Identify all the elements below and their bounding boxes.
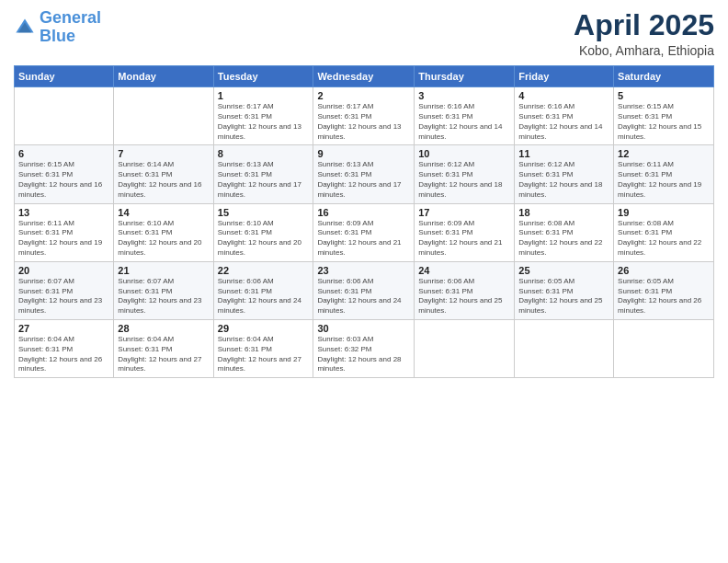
calendar-week-row: 27Sunrise: 6:04 AMSunset: 6:31 PMDayligh…	[15, 319, 714, 377]
day-info: Sunrise: 6:05 AMSunset: 6:31 PMDaylight:…	[618, 277, 710, 316]
day-number: 15	[218, 207, 310, 218]
day-info: Sunrise: 6:05 AMSunset: 6:31 PMDaylight:…	[518, 277, 609, 316]
page: General Blue April 2025 Kobo, Amhara, Et…	[0, 0, 728, 563]
calendar-cell: 26Sunrise: 6:05 AMSunset: 6:31 PMDayligh…	[614, 261, 714, 319]
calendar-cell: 18Sunrise: 6:08 AMSunset: 6:31 PMDayligh…	[515, 203, 614, 261]
day-info: Sunrise: 6:06 AMSunset: 6:31 PMDaylight:…	[317, 277, 410, 316]
calendar-cell: 22Sunrise: 6:06 AMSunset: 6:31 PMDayligh…	[213, 261, 313, 319]
day-info: Sunrise: 6:12 AMSunset: 6:31 PMDaylight:…	[518, 160, 609, 200]
day-info: Sunrise: 6:08 AMSunset: 6:31 PMDaylight:…	[518, 219, 609, 259]
day-number: 5	[618, 90, 710, 101]
calendar-cell: 14Sunrise: 6:10 AMSunset: 6:31 PMDayligh…	[114, 203, 213, 261]
day-header-wednesday: Wednesday	[313, 66, 415, 87]
calendar-cell: 23Sunrise: 6:06 AMSunset: 6:31 PMDayligh…	[313, 261, 415, 319]
calendar-cell: 2Sunrise: 6:17 AMSunset: 6:31 PMDaylight…	[313, 87, 415, 145]
month-title: April 2025	[574, 9, 714, 41]
calendar-cell	[614, 319, 714, 377]
day-number: 18	[518, 207, 609, 218]
calendar-cell	[15, 87, 114, 145]
logo: General Blue	[14, 9, 101, 46]
day-info: Sunrise: 6:07 AMSunset: 6:31 PMDaylight:…	[118, 277, 209, 316]
day-number: 11	[518, 148, 609, 159]
day-number: 25	[518, 265, 609, 276]
calendar-header-row: SundayMondayTuesdayWednesdayThursdayFrid…	[15, 66, 714, 87]
day-number: 21	[118, 265, 209, 276]
calendar-cell: 4Sunrise: 6:16 AMSunset: 6:31 PMDaylight…	[515, 87, 614, 145]
day-number: 7	[118, 148, 209, 159]
day-info: Sunrise: 6:16 AMSunset: 6:31 PMDaylight:…	[418, 102, 510, 142]
calendar-cell: 16Sunrise: 6:09 AMSunset: 6:31 PMDayligh…	[313, 203, 415, 261]
day-number: 12	[618, 148, 710, 159]
day-header-tuesday: Tuesday	[213, 66, 313, 87]
calendar-cell: 10Sunrise: 6:12 AMSunset: 6:31 PMDayligh…	[415, 145, 515, 203]
calendar-cell: 13Sunrise: 6:11 AMSunset: 6:31 PMDayligh…	[15, 203, 114, 261]
day-number: 29	[218, 323, 310, 334]
calendar-week-row: 1Sunrise: 6:17 AMSunset: 6:31 PMDaylight…	[15, 87, 714, 145]
calendar-cell: 1Sunrise: 6:17 AMSunset: 6:31 PMDaylight…	[213, 87, 313, 145]
calendar-cell: 5Sunrise: 6:15 AMSunset: 6:31 PMDaylight…	[614, 87, 714, 145]
day-number: 6	[18, 148, 109, 159]
logo-icon	[14, 17, 36, 39]
day-info: Sunrise: 6:03 AMSunset: 6:32 PMDaylight:…	[317, 335, 410, 374]
day-info: Sunrise: 6:15 AMSunset: 6:31 PMDaylight:…	[618, 102, 710, 142]
location: Kobo, Amhara, Ethiopia	[574, 43, 714, 58]
calendar-week-row: 13Sunrise: 6:11 AMSunset: 6:31 PMDayligh…	[15, 203, 714, 261]
calendar-cell: 20Sunrise: 6:07 AMSunset: 6:31 PMDayligh…	[15, 261, 114, 319]
day-header-monday: Monday	[114, 66, 213, 87]
day-info: Sunrise: 6:06 AMSunset: 6:31 PMDaylight:…	[218, 277, 310, 316]
calendar-cell: 19Sunrise: 6:08 AMSunset: 6:31 PMDayligh…	[614, 203, 714, 261]
day-info: Sunrise: 6:06 AMSunset: 6:31 PMDaylight:…	[418, 277, 510, 316]
calendar-cell: 6Sunrise: 6:15 AMSunset: 6:31 PMDaylight…	[15, 145, 114, 203]
day-info: Sunrise: 6:17 AMSunset: 6:31 PMDaylight:…	[317, 102, 410, 142]
day-number: 9	[317, 148, 410, 159]
calendar-cell: 12Sunrise: 6:11 AMSunset: 6:31 PMDayligh…	[614, 145, 714, 203]
day-info: Sunrise: 6:16 AMSunset: 6:31 PMDaylight:…	[518, 102, 609, 142]
day-info: Sunrise: 6:15 AMSunset: 6:31 PMDaylight:…	[18, 160, 109, 200]
calendar-cell: 21Sunrise: 6:07 AMSunset: 6:31 PMDayligh…	[114, 261, 213, 319]
day-info: Sunrise: 6:11 AMSunset: 6:31 PMDaylight:…	[618, 160, 710, 200]
calendar-cell: 24Sunrise: 6:06 AMSunset: 6:31 PMDayligh…	[415, 261, 515, 319]
day-info: Sunrise: 6:14 AMSunset: 6:31 PMDaylight:…	[118, 160, 209, 200]
day-number: 28	[118, 323, 209, 334]
day-number: 4	[518, 90, 609, 101]
day-number: 20	[18, 265, 109, 276]
day-number: 30	[317, 323, 410, 334]
day-number: 10	[418, 148, 510, 159]
calendar-cell: 29Sunrise: 6:04 AMSunset: 6:31 PMDayligh…	[213, 319, 313, 377]
calendar-week-row: 6Sunrise: 6:15 AMSunset: 6:31 PMDaylight…	[15, 145, 714, 203]
day-info: Sunrise: 6:17 AMSunset: 6:31 PMDaylight:…	[218, 102, 310, 142]
day-number: 27	[18, 323, 109, 334]
day-info: Sunrise: 6:11 AMSunset: 6:31 PMDaylight:…	[18, 219, 109, 259]
calendar-cell: 8Sunrise: 6:13 AMSunset: 6:31 PMDaylight…	[213, 145, 313, 203]
day-number: 3	[418, 90, 510, 101]
day-info: Sunrise: 6:12 AMSunset: 6:31 PMDaylight:…	[418, 160, 510, 200]
calendar-cell: 17Sunrise: 6:09 AMSunset: 6:31 PMDayligh…	[415, 203, 515, 261]
header: General Blue April 2025 Kobo, Amhara, Et…	[14, 9, 714, 58]
day-info: Sunrise: 6:04 AMSunset: 6:31 PMDaylight:…	[218, 335, 310, 374]
day-info: Sunrise: 6:13 AMSunset: 6:31 PMDaylight:…	[218, 160, 310, 200]
day-number: 19	[618, 207, 710, 218]
day-info: Sunrise: 6:09 AMSunset: 6:31 PMDaylight:…	[317, 219, 410, 259]
day-number: 16	[317, 207, 410, 218]
calendar-cell	[515, 319, 614, 377]
day-number: 24	[418, 265, 510, 276]
logo-text: General Blue	[40, 9, 101, 46]
calendar-week-row: 20Sunrise: 6:07 AMSunset: 6:31 PMDayligh…	[15, 261, 714, 319]
day-info: Sunrise: 6:08 AMSunset: 6:31 PMDaylight:…	[618, 219, 710, 259]
calendar-cell: 25Sunrise: 6:05 AMSunset: 6:31 PMDayligh…	[515, 261, 614, 319]
day-info: Sunrise: 6:07 AMSunset: 6:31 PMDaylight:…	[18, 277, 109, 316]
day-header-saturday: Saturday	[614, 66, 714, 87]
calendar-cell: 30Sunrise: 6:03 AMSunset: 6:32 PMDayligh…	[313, 319, 415, 377]
day-info: Sunrise: 6:04 AMSunset: 6:31 PMDaylight:…	[18, 335, 109, 374]
day-number: 13	[18, 207, 109, 218]
day-number: 17	[418, 207, 510, 218]
day-number: 1	[218, 90, 310, 101]
calendar-cell: 11Sunrise: 6:12 AMSunset: 6:31 PMDayligh…	[515, 145, 614, 203]
day-number: 14	[118, 207, 209, 218]
title-block: April 2025 Kobo, Amhara, Ethiopia	[574, 9, 714, 58]
day-info: Sunrise: 6:13 AMSunset: 6:31 PMDaylight:…	[317, 160, 410, 200]
calendar-cell: 27Sunrise: 6:04 AMSunset: 6:31 PMDayligh…	[15, 319, 114, 377]
day-info: Sunrise: 6:10 AMSunset: 6:31 PMDaylight:…	[218, 219, 310, 259]
day-number: 26	[618, 265, 710, 276]
day-number: 22	[218, 265, 310, 276]
